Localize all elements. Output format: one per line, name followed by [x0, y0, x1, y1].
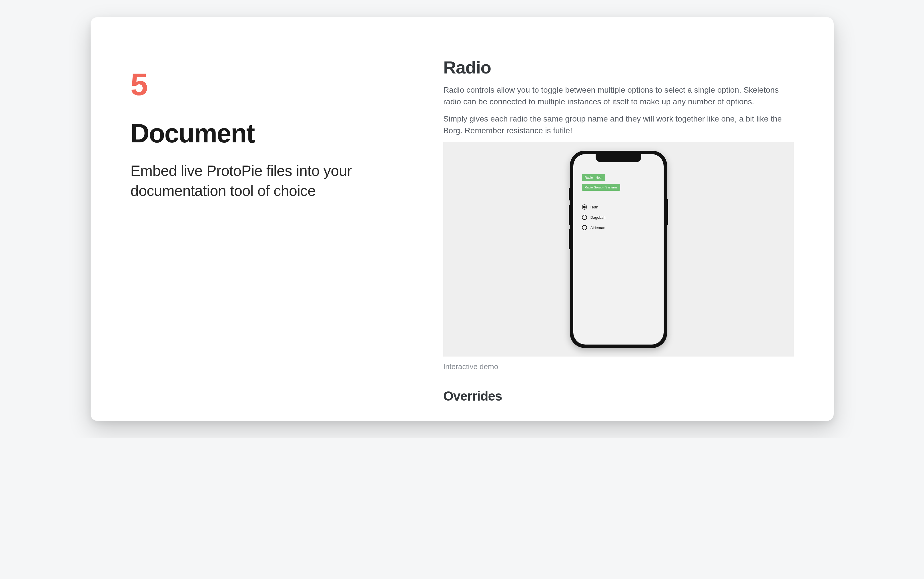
phone-volume-down-icon [569, 229, 570, 249]
phone-power-button-icon [667, 199, 668, 225]
demo-frame: Radio - Hoth Radio Group - Systems Hoth … [443, 142, 794, 357]
slide-description: Embed live ProtoPie files into your docu… [131, 161, 409, 201]
doc-heading-overrides: Overrides [443, 388, 794, 404]
slide-card: 5 Document Embed live ProtoPie files int… [91, 17, 834, 421]
radio-option[interactable]: Alderaan [582, 225, 655, 230]
doc-paragraph: Radio controls allow you to toggle betwe… [443, 84, 794, 108]
radio-circle-icon [582, 215, 587, 220]
radio-label: Dagobah [591, 215, 606, 219]
radio-group: Hoth Dagobah Alderaan [582, 204, 655, 230]
doc-preview-panel: Radio Radio controls allow you to toggle… [443, 57, 794, 404]
radio-label: Hoth [591, 205, 598, 209]
radio-option[interactable]: Dagobah [582, 215, 655, 220]
slide-left-panel: 5 Document Embed live ProtoPie files int… [131, 57, 409, 404]
phone-mute-switch-icon [569, 188, 570, 200]
chip-radio-group: Radio Group - Systems [582, 184, 620, 191]
slide-title: Document [131, 120, 409, 146]
demo-caption: Interactive demo [443, 362, 794, 371]
phone-notch-icon [596, 154, 642, 162]
phone-mockup: Radio - Hoth Radio Group - Systems Hoth … [570, 150, 667, 348]
radio-option[interactable]: Hoth [582, 204, 655, 209]
radio-circle-icon [582, 225, 587, 230]
phone-screen: Radio - Hoth Radio Group - Systems Hoth … [573, 154, 664, 345]
radio-label: Alderaan [591, 226, 605, 230]
doc-paragraph: Simply gives each radio the same group n… [443, 113, 794, 136]
radio-circle-icon [582, 204, 587, 209]
doc-heading-radio: Radio [443, 57, 794, 77]
phone-volume-up-icon [569, 205, 570, 225]
chip-radio-item: Radio - Hoth [582, 174, 605, 181]
step-number: 5 [131, 69, 409, 100]
